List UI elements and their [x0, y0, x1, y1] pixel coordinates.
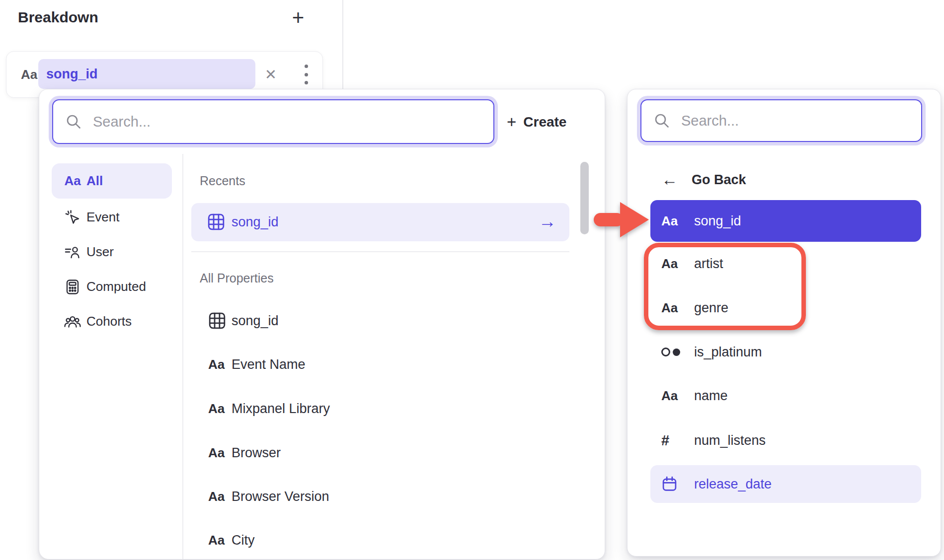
breakdown-pill-value[interactable]: song_id [38, 59, 255, 89]
table-grid-icon [208, 312, 226, 330]
text-type-icon: Aa [208, 445, 225, 461]
field-item-is-platinum[interactable]: is_platinum [650, 330, 921, 374]
property-item-mixpanel-library[interactable]: Aa Mixpanel Library [191, 387, 569, 430]
text-type-icon: Aa [208, 401, 225, 417]
text-type-icon: Aa [661, 213, 678, 229]
calculator-icon [60, 279, 85, 295]
field-item-genre[interactable]: Aa genre [650, 286, 921, 330]
text-type-icon: Aa [661, 300, 678, 316]
property-list: Recents song_id → All Properties [191, 89, 569, 559]
number-icon: # [661, 432, 669, 449]
all-properties-header: All Properties [200, 271, 274, 285]
scrollbar-thumb[interactable] [580, 162, 589, 234]
category-all[interactable]: Aa All [52, 163, 172, 199]
text-type-icon: Aa [208, 489, 225, 504]
text-type-icon: Aa [21, 52, 37, 97]
add-breakdown-button[interactable]: + [287, 4, 309, 32]
search-icon [65, 113, 82, 130]
arrow-right-icon: → [539, 203, 556, 241]
arrow-left-icon: ← [661, 170, 678, 189]
column-divider [182, 154, 183, 559]
category-event[interactable]: Event [52, 200, 172, 235]
text-type-icon: Aa [64, 173, 80, 189]
calendar-icon [661, 476, 678, 492]
property-item-song-id[interactable]: song_id [191, 299, 569, 343]
widget-edge-divider [342, 0, 343, 89]
event-cursor-icon [60, 210, 85, 225]
property-item-city[interactable]: Aa City [191, 518, 569, 560]
field-item-artist[interactable]: Aa artist [650, 242, 921, 285]
field-item-song-id[interactable]: Aa song_id [650, 200, 921, 242]
property-item-event-name[interactable]: Aa Event Name [191, 343, 569, 386]
property-picker-panel: + Create Aa All Event [39, 89, 605, 560]
people-group-icon [60, 313, 85, 330]
table-grid-icon [207, 213, 225, 233]
property-item-browser-version[interactable]: Aa Browser Version [191, 475, 569, 518]
category-user[interactable]: User [52, 234, 172, 270]
field-item-num-listens[interactable]: # num_listens [650, 419, 921, 462]
go-back-button[interactable]: ← Go Back [661, 164, 746, 196]
recents-header: Recents [200, 174, 245, 188]
text-type-icon: Aa [208, 357, 225, 372]
breakdown-title: Breakdown [18, 9, 98, 26]
category-cohorts[interactable]: Cohorts [52, 304, 172, 339]
kebab-menu-icon[interactable] [299, 65, 314, 84]
recent-item-song-id[interactable]: song_id → [191, 203, 569, 241]
field-item-release-date[interactable]: release_date [650, 465, 921, 503]
text-type-icon: Aa [208, 533, 225, 548]
section-divider [191, 251, 569, 252]
property-item-browser[interactable]: Aa Browser [191, 431, 569, 475]
text-type-icon: Aa [661, 256, 678, 272]
search-input[interactable] [680, 100, 921, 141]
search-box[interactable] [640, 99, 922, 142]
category-computed[interactable]: Computed [52, 269, 172, 304]
screen: Breakdown + Aa song_id ✕ + Create Aa All [0, 0, 944, 560]
field-item-name[interactable]: Aa name [650, 374, 921, 418]
user-icon [60, 244, 85, 261]
search-icon [653, 112, 670, 129]
property-value-panel: ← Go Back Aa song_id Aa artist Aa genre … [627, 89, 941, 557]
text-type-icon: Aa [661, 388, 678, 404]
boolean-icon [661, 348, 680, 356]
